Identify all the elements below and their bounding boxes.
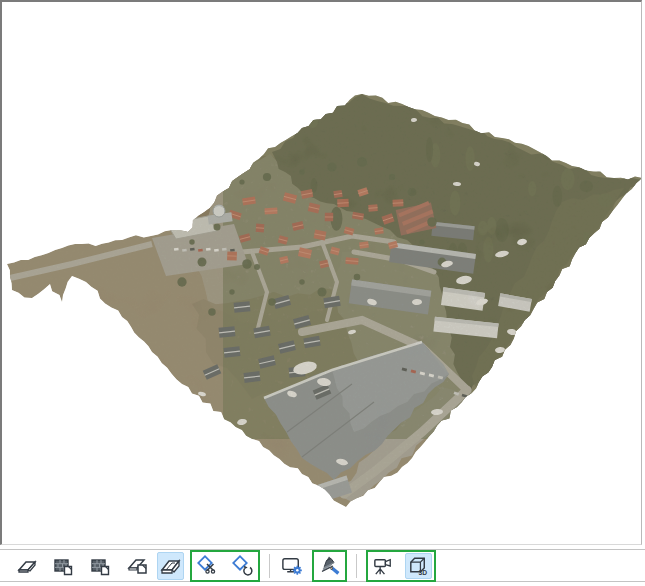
toolbar-separator	[269, 554, 270, 578]
mesh-texture-fine	[2, 82, 642, 522]
page-3d-icon	[15, 554, 39, 578]
reset-region-button[interactable]	[229, 553, 256, 579]
brush-pencil-icon	[318, 554, 342, 578]
bottom-toolbar: 3D	[0, 549, 645, 582]
tiled-model-b-button[interactable]	[87, 552, 114, 580]
page-copy-icon	[126, 554, 150, 578]
monitor-gear-icon	[280, 554, 305, 578]
camera-view-button[interactable]	[370, 553, 397, 579]
mesh-page-active-button[interactable]	[157, 552, 184, 580]
display-settings-button[interactable]	[279, 552, 306, 580]
pencil-icon	[330, 566, 339, 575]
photogrammetry-mesh	[2, 2, 642, 545]
toolbar-separator	[356, 554, 357, 578]
brick-model-icon	[52, 554, 76, 578]
viewport-3d[interactable]	[0, 0, 642, 545]
view-mode-group: 3D	[366, 550, 436, 582]
gear-icon	[293, 565, 302, 574]
cube-3d-label: 3D	[419, 569, 428, 576]
tiled-model-a-button[interactable]	[50, 552, 77, 580]
brick-model-icon	[89, 554, 113, 578]
edit-region-group	[190, 550, 260, 582]
diamond-scissors-icon	[196, 554, 220, 578]
page-stack-icon	[159, 554, 183, 578]
production-tile-button[interactable]	[13, 552, 40, 580]
retouch-group	[312, 550, 347, 582]
crop-region-button[interactable]	[194, 553, 221, 579]
cube-3d-icon: 3D	[406, 554, 431, 578]
camera-tripod-icon	[371, 554, 396, 578]
view-3d-button[interactable]: 3D	[405, 553, 432, 579]
mesh-page-button[interactable]	[124, 552, 151, 580]
diamond-rotate-icon	[231, 554, 255, 578]
retouch-button[interactable]	[316, 553, 343, 579]
application-window: 3D	[0, 0, 645, 586]
